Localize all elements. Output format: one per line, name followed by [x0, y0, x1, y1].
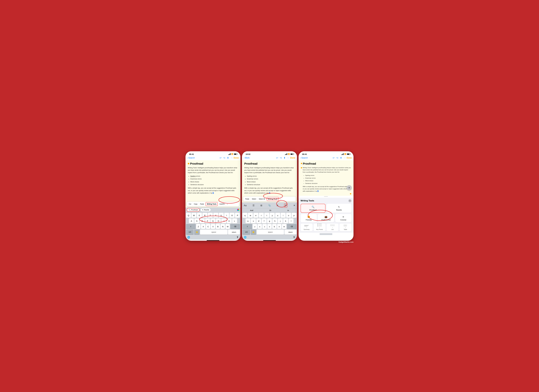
wt-rewrite-card[interactable]: ↻ Rewrite [327, 204, 351, 213]
globe-key[interactable]: 🌐 [187, 236, 190, 239]
key-m[interactable]: M [226, 224, 230, 229]
format-attach-btn[interactable]: 📎 [268, 204, 271, 207]
share-icon-1[interactable]: ⬆ [227, 157, 229, 159]
key-z[interactable]: Z [196, 224, 201, 229]
select-btn-2[interactable]: Select [251, 197, 257, 201]
redo-icon-3[interactable]: ↪ [336, 157, 338, 159]
globe-key-2[interactable]: 🌐 [244, 236, 246, 239]
key-q2[interactable]: q [242, 213, 247, 218]
key-n2[interactable]: n [277, 224, 282, 229]
return-key[interactable]: return [228, 229, 240, 235]
suggestion-and[interactable]: And [250, 209, 253, 211]
more-icon-3[interactable]: ··· [344, 157, 346, 159]
format-font-btn[interactable]: A [277, 204, 278, 207]
key-d2[interactable]: d [256, 218, 261, 224]
key-j2[interactable]: j [278, 218, 283, 224]
key-o[interactable]: O [230, 213, 235, 218]
key-p2[interactable]: p [292, 213, 297, 218]
wt-proofread-card[interactable]: 🔍 Proofread [301, 204, 326, 213]
shift-key-2[interactable]: ⇧ [242, 224, 252, 229]
copy-btn[interactable]: Copy [193, 202, 198, 206]
shift-key[interactable]: ⇧ [186, 224, 196, 229]
done-button-1[interactable]: Done [234, 157, 239, 159]
key-d[interactable]: D [200, 218, 205, 224]
key-u[interactable]: U [219, 213, 224, 218]
emoji-key[interactable]: 🙂 [194, 229, 200, 235]
wt-friendly-card[interactable]: 😊 Friendly [301, 214, 317, 222]
autofill-btn[interactable]: AutoFill [218, 202, 226, 206]
cut-btn[interactable]: Cut [188, 202, 192, 206]
space-key[interactable]: space [200, 229, 227, 235]
key-f[interactable]: F [205, 218, 210, 224]
key-r2[interactable]: r [259, 213, 264, 218]
key-u2[interactable]: u [275, 213, 280, 218]
more-ctx-btn[interactable]: › [226, 202, 229, 206]
key-m2[interactable]: m [282, 224, 286, 229]
wt-summary-card[interactable]: ↓ Summary [301, 224, 313, 231]
key-e2[interactable]: e [253, 213, 258, 218]
key-n[interactable]: N [221, 224, 225, 229]
key-e[interactable]: E [197, 213, 202, 218]
redo-icon-2[interactable]: ↪ [280, 157, 282, 159]
key-y2[interactable]: y [270, 213, 275, 218]
back-button-2[interactable]: ‹ Work [244, 157, 250, 159]
share-icon-2[interactable]: ⬆ [284, 157, 285, 159]
format-table-btn[interactable]: ⊞ [260, 204, 262, 207]
undo-icon-3[interactable]: ↩ [333, 157, 335, 159]
key-k2[interactable]: k [283, 218, 288, 224]
key-b[interactable]: B [216, 224, 220, 229]
key-v[interactable]: V [211, 224, 215, 229]
key-b2[interactable]: b [272, 224, 277, 229]
back-button-1[interactable]: ‹ Search [187, 157, 195, 159]
space-key-2[interactable]: space [257, 229, 284, 235]
key-c[interactable]: C [206, 224, 210, 229]
key-q[interactable]: Q [186, 213, 191, 218]
key-k[interactable]: K [227, 218, 232, 224]
wt-list-card[interactable]: ↓ List [327, 224, 338, 231]
wt-table-card[interactable]: ↓ Table [339, 224, 351, 231]
return-key-2[interactable]: return [284, 229, 297, 235]
key-c2[interactable]: c [262, 224, 267, 229]
key-s2[interactable]: s [251, 218, 256, 224]
more-icon-2[interactable]: ··· [287, 157, 289, 159]
key-z2[interactable]: z [253, 224, 257, 229]
key-o2[interactable]: o [286, 213, 291, 218]
numbers-key[interactable]: 123 [186, 229, 194, 235]
fab-button-3[interactable]: + [347, 185, 352, 190]
paste-btn-2[interactable]: Paste [244, 197, 250, 201]
redo-icon-1[interactable]: ↪ [223, 157, 225, 159]
key-g[interactable]: G [211, 218, 216, 224]
key-h2[interactable]: h [272, 218, 277, 224]
key-r[interactable]: R [202, 213, 207, 218]
format-close-btn[interactable]: ✕ [293, 204, 295, 207]
key-a[interactable]: A [189, 218, 194, 224]
rainbow-icon-1[interactable] [237, 209, 239, 211]
key-l[interactable]: L [232, 218, 237, 224]
share-icon-3[interactable]: ⬆ [340, 157, 342, 159]
delete-key-2[interactable]: ⌫ [287, 224, 297, 229]
format-list-btn[interactable]: ☰ [252, 204, 255, 207]
suggestion-in[interactable]: In [287, 209, 289, 211]
key-y[interactable]: Y [213, 213, 218, 218]
done-button-3[interactable]: Done [347, 157, 352, 159]
undo-icon-2[interactable]: ↩ [276, 157, 278, 159]
key-s[interactable]: S [194, 218, 199, 224]
key-w2[interactable]: w [248, 213, 253, 218]
wt-professional-card[interactable]: 💼 Professional [318, 214, 334, 222]
mic-key[interactable]: 🎙 [236, 236, 239, 239]
key-i2[interactable]: i [281, 213, 286, 218]
writing-tools-btn-2[interactable]: Writing Tools [267, 197, 279, 201]
format-text-btn[interactable]: Aa [244, 204, 246, 207]
paste-btn[interactable]: Paste [199, 202, 205, 206]
wt-concise-card[interactable]: ≑ Concise [335, 214, 351, 222]
numbers-key-2[interactable]: 123 [242, 229, 250, 235]
more-icon-1[interactable]: ··· [231, 157, 233, 159]
mic-key-2[interactable]: 🎙 [293, 236, 295, 239]
key-t[interactable]: T [208, 213, 213, 218]
key-x2[interactable]: x [258, 224, 262, 229]
key-x[interactable]: X [201, 224, 205, 229]
emoji-key-2[interactable]: 🙂 [251, 229, 256, 235]
key-p[interactable]: P [235, 213, 240, 218]
key-a2[interactable]: a [245, 218, 250, 224]
key-i[interactable]: I [224, 213, 229, 218]
